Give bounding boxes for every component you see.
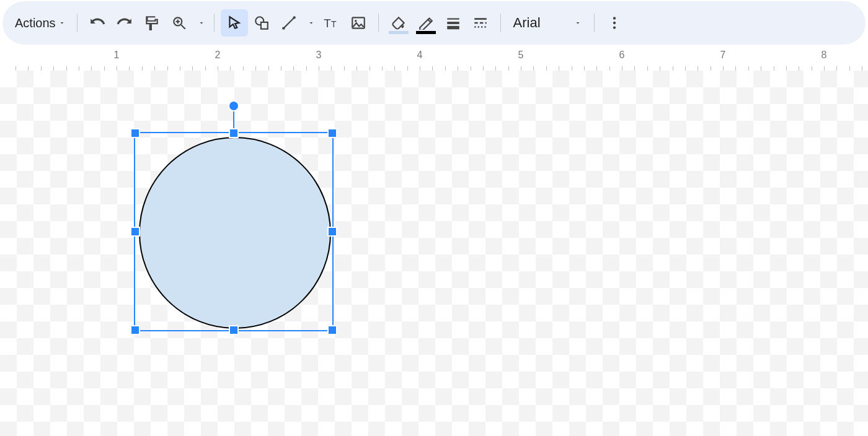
zoom-button[interactable] bbox=[166, 9, 193, 37]
ruler-tick bbox=[786, 66, 787, 71]
ruler-tick bbox=[458, 66, 458, 71]
svg-point-12 bbox=[355, 20, 356, 22]
border-color-button[interactable] bbox=[412, 9, 440, 37]
svg-point-19 bbox=[613, 17, 615, 19]
font-family-label: Arial bbox=[513, 15, 541, 31]
ruler-tick bbox=[711, 66, 711, 71]
ruler-tick bbox=[824, 66, 825, 71]
ruler-tick bbox=[344, 66, 345, 71]
resize-handle-sw[interactable] bbox=[130, 325, 140, 335]
ruler-tick bbox=[180, 66, 180, 71]
ruler-tick bbox=[660, 66, 660, 71]
ruler-number: 6 bbox=[619, 50, 625, 61]
svg-rect-5 bbox=[261, 22, 268, 29]
ruler-number: 3 bbox=[316, 50, 322, 61]
ruler-tick bbox=[356, 66, 357, 71]
text-box-icon: TT bbox=[322, 14, 340, 32]
ruler-tick bbox=[647, 66, 648, 71]
ruler-tick bbox=[370, 66, 370, 71]
fill-color-button[interactable] bbox=[385, 9, 412, 37]
ruler-tick bbox=[799, 66, 799, 71]
border-weight-icon bbox=[445, 15, 461, 31]
ruler-tick bbox=[761, 66, 761, 71]
border-weight-button[interactable] bbox=[440, 9, 467, 37]
ruler-tick bbox=[673, 66, 673, 71]
ruler-number: 7 bbox=[720, 50, 726, 61]
ruler-number: 1 bbox=[114, 50, 120, 61]
ruler-tick bbox=[596, 66, 597, 71]
image-icon bbox=[350, 15, 366, 31]
ruler-tick bbox=[483, 66, 484, 71]
more-options-button[interactable] bbox=[601, 9, 628, 37]
ruler-tick bbox=[218, 66, 218, 71]
ruler-tick bbox=[293, 66, 294, 71]
more-icon bbox=[606, 15, 622, 31]
ruler-tick bbox=[142, 66, 143, 71]
rotation-handle[interactable] bbox=[228, 100, 239, 111]
ruler-tick bbox=[622, 66, 622, 71]
image-tool-button[interactable] bbox=[345, 9, 372, 37]
paint-format-button[interactable] bbox=[138, 9, 166, 37]
line-tool-button[interactable] bbox=[275, 9, 303, 37]
resize-handle-ne[interactable] bbox=[327, 128, 337, 138]
paint-format-icon bbox=[144, 15, 160, 31]
ruler-tick bbox=[445, 66, 446, 71]
undo-button[interactable] bbox=[84, 9, 111, 37]
ruler-tick bbox=[41, 66, 42, 71]
fill-color-icon bbox=[391, 16, 407, 30]
separator bbox=[77, 14, 78, 32]
resize-handle-e[interactable] bbox=[327, 227, 337, 237]
line-icon bbox=[281, 15, 297, 31]
actions-menu-button[interactable]: Actions bbox=[10, 14, 71, 33]
ruler-number: 8 bbox=[822, 50, 827, 61]
zoom-group bbox=[166, 9, 208, 37]
caret-down-icon bbox=[198, 19, 205, 27]
svg-point-21 bbox=[613, 26, 615, 28]
ruler-tick bbox=[584, 66, 585, 71]
ruler-tick bbox=[533, 66, 534, 71]
zoom-dropdown[interactable] bbox=[195, 9, 208, 37]
separator bbox=[500, 14, 501, 32]
ruler-tick bbox=[268, 66, 269, 71]
border-dash-button[interactable] bbox=[467, 9, 494, 37]
textbox-tool-button[interactable]: TT bbox=[317, 9, 345, 37]
font-family-select[interactable]: Arial bbox=[507, 15, 588, 31]
resize-handle-se[interactable] bbox=[327, 325, 337, 335]
ruler-tick bbox=[407, 66, 408, 71]
resize-handle-n[interactable] bbox=[229, 128, 239, 138]
svg-point-8 bbox=[293, 16, 295, 19]
shape-tool-button[interactable] bbox=[248, 9, 275, 37]
ruler-tick bbox=[66, 66, 67, 71]
ruler-tick bbox=[521, 66, 521, 71]
svg-point-7 bbox=[282, 27, 285, 30]
ruler-tick bbox=[774, 66, 774, 71]
line-dropdown[interactable] bbox=[305, 9, 317, 37]
redo-button[interactable] bbox=[111, 9, 138, 37]
transparency-background bbox=[0, 71, 868, 436]
select-tool-button[interactable] bbox=[221, 9, 248, 37]
ruler-tick bbox=[735, 66, 736, 71]
shape-icon bbox=[254, 15, 270, 31]
ruler-tick bbox=[420, 66, 420, 71]
ruler-tick bbox=[559, 66, 559, 71]
horizontal-ruler: 12345678 bbox=[0, 48, 868, 71]
ruler-tick bbox=[79, 66, 79, 71]
ruler-tick bbox=[205, 66, 206, 71]
ruler-tick bbox=[319, 66, 319, 71]
caret-down-icon bbox=[58, 19, 66, 27]
resize-handle-nw[interactable] bbox=[130, 128, 140, 138]
border-color-icon bbox=[418, 16, 434, 30]
ruler-tick bbox=[306, 66, 307, 71]
zoom-icon bbox=[171, 15, 187, 31]
ruler-tick bbox=[698, 66, 698, 71]
caret-down-icon bbox=[308, 19, 315, 27]
ruler-tick bbox=[836, 66, 837, 71]
ruler-tick bbox=[154, 66, 155, 71]
resize-handle-w[interactable] bbox=[130, 227, 140, 237]
drawing-canvas[interactable] bbox=[0, 71, 868, 436]
svg-text:T: T bbox=[324, 17, 330, 30]
ruler-tick bbox=[812, 66, 812, 71]
fill-color-swatch bbox=[389, 31, 409, 34]
ruler-number: 5 bbox=[518, 50, 524, 61]
resize-handle-s[interactable] bbox=[229, 325, 239, 335]
